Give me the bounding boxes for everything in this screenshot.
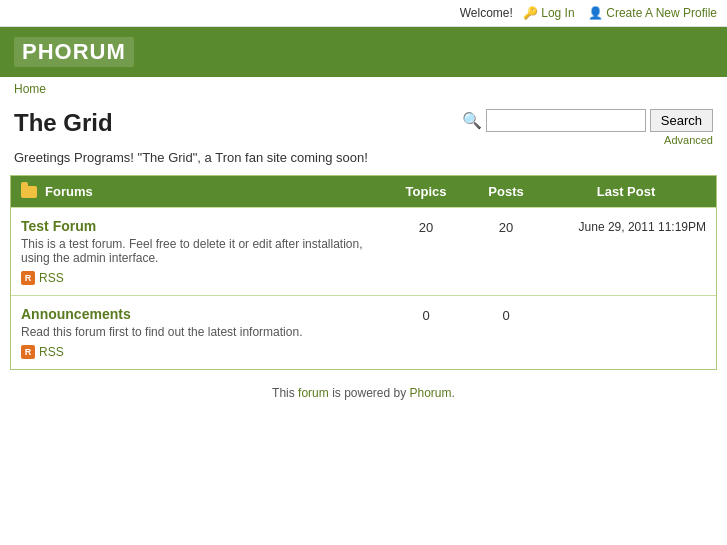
breadcrumb: Home [0,77,727,101]
forum-topics-count: 20 [386,218,466,235]
footer-text-after: . [452,386,455,400]
forum-name: Test Forum [21,218,386,234]
footer-text-before: This [272,386,298,400]
forums-table-header: Forums Topics Posts Last Post [11,176,716,207]
advanced-search-link[interactable]: Advanced [664,134,713,146]
forum-link[interactable]: Announcements [21,306,131,322]
footer-text-middle: is powered by [329,386,410,400]
posts-col-header: Posts [466,184,546,199]
forum-rss: R RSS [21,345,386,359]
forum-topics-count: 0 [386,306,466,323]
breadcrumb-home[interactable]: Home [14,82,46,96]
search-magnifier-icon: 🔍 [462,111,482,130]
rss-icon: R [21,271,35,285]
title-search-area: The Grid 🔍 Search Advanced [0,101,727,150]
forum-row-inner: Test Forum This is a test forum. Feel fr… [21,218,706,285]
page-title: The Grid [14,109,113,137]
search-input[interactable] [486,109,646,132]
forums-container: Forums Topics Posts Last Post Test Forum… [10,175,717,370]
footer-forum-link[interactable]: forum [298,386,329,400]
folder-icon [21,186,37,198]
rss-icon: R [21,345,35,359]
forum-last-post [546,306,706,308]
rss-link[interactable]: RSS [39,345,64,359]
login-link[interactable]: Log In [541,6,574,20]
login-icon: 🔑 [523,6,538,20]
lastpost-col-header: Last Post [546,184,706,199]
topics-col-header: Topics [386,184,466,199]
forum-info: Announcements Read this forum first to f… [21,306,386,359]
search-button[interactable]: Search [650,109,713,132]
rss-link[interactable]: RSS [39,271,64,285]
create-profile-link[interactable]: Create A New Profile [606,6,717,20]
forum-description: Read this forum first to find out the la… [21,325,386,339]
forums-label: Forums [45,184,93,199]
forum-last-post: June 29, 2011 11:19PM [546,218,706,234]
forums-col-header: Forums [21,184,386,199]
forum-rss: R RSS [21,271,386,285]
forum-description: This is a test forum. Feel free to delet… [21,237,386,265]
search-area: 🔍 Search Advanced [462,109,713,146]
welcome-text: Welcome! [460,6,513,20]
footer-phorum-link[interactable]: Phorum [410,386,452,400]
search-row: 🔍 Search [462,109,713,132]
logo: PHORUM [14,37,134,67]
create-profile-icon: 👤 [588,6,603,20]
forum-row: Announcements Read this forum first to f… [11,295,716,369]
forum-posts-count: 0 [466,306,546,323]
forum-row-inner: Announcements Read this forum first to f… [21,306,706,359]
forum-row: Test Forum This is a test forum. Feel fr… [11,207,716,295]
top-bar: Welcome! 🔑 Log In 👤 Create A New Profile [0,0,727,27]
forum-posts-count: 20 [466,218,546,235]
forum-info: Test Forum This is a test forum. Feel fr… [21,218,386,285]
greeting-text: Greetings Programs! "The Grid", a Tron f… [0,150,727,175]
header-bar: PHORUM [0,27,727,77]
footer: This forum is powered by Phorum. [0,370,727,416]
forum-link[interactable]: Test Forum [21,218,96,234]
forum-name: Announcements [21,306,386,322]
